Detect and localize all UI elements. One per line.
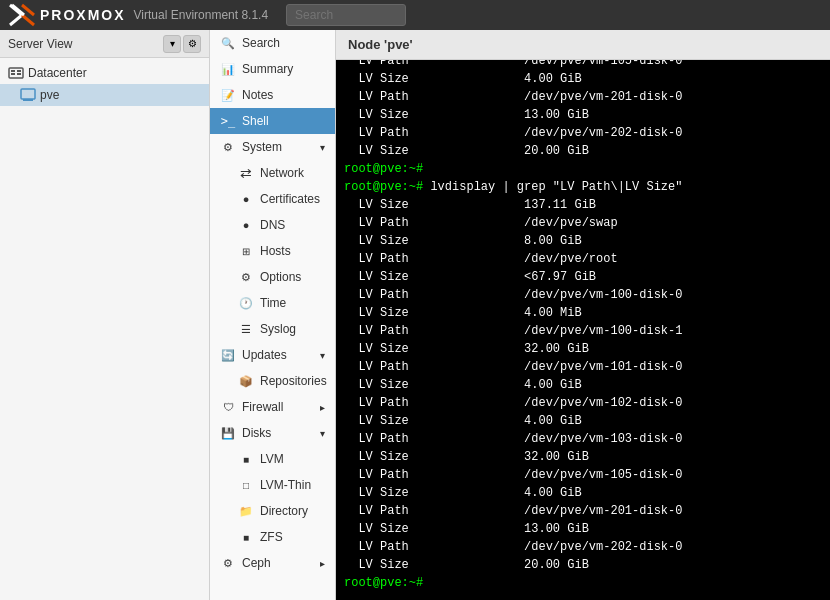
svg-rect-11 — [21, 89, 35, 99]
nav-directory-label: Directory — [260, 504, 308, 518]
nav-dns-label: DNS — [260, 218, 285, 232]
nav-updates-label: Updates — [242, 348, 287, 362]
nav-repositories[interactable]: 📦 Repositories — [230, 368, 335, 394]
certificates-icon: ● — [238, 191, 254, 207]
server-view-bar: Server View ▾ ⚙ — [0, 30, 209, 58]
content-area: Node 'pve' LV Path /dev/pve/vm-100-disk-… — [336, 30, 830, 600]
time-icon: 🕐 — [238, 295, 254, 311]
nav-certificates-label: Certificates — [260, 192, 320, 206]
summary-icon: 📊 — [220, 61, 236, 77]
topbar: PROXMOX Virtual Environment 8.1.4 — [0, 0, 830, 30]
nav-shell[interactable]: >_ Shell — [210, 108, 335, 134]
terminal[interactable]: LV Path /dev/pve/vm-100-disk-1 LV Size 3… — [336, 60, 830, 600]
nav-firewall-label: Firewall — [242, 400, 283, 414]
nav-system-label: System — [242, 140, 282, 154]
left-panel: Server View ▾ ⚙ Datacenter pve — [0, 30, 210, 600]
nav-dns[interactable]: ● DNS — [230, 212, 335, 238]
nav-directory[interactable]: 📁 Directory — [230, 498, 335, 524]
nav-ceph-section[interactable]: ⚙ Ceph ▸ — [210, 550, 335, 576]
directory-icon: 📁 — [238, 503, 254, 519]
nav-lvm-thin[interactable]: □ LVM-Thin — [230, 472, 335, 498]
nav-syslog-label: Syslog — [260, 322, 296, 336]
datacenter-icon — [8, 65, 24, 81]
disks-arrow-icon: ▾ — [320, 428, 325, 439]
nav-options-label: Options — [260, 270, 301, 284]
dns-icon: ● — [238, 217, 254, 233]
logo: PROXMOX — [8, 1, 126, 29]
nav-lvm-thin-label: LVM-Thin — [260, 478, 311, 492]
app-name: PROXMOX — [40, 7, 126, 23]
lvm-icon: ■ — [238, 451, 254, 467]
node-title: Node 'pve' — [348, 37, 413, 52]
ceph-arrow-icon: ▸ — [320, 558, 325, 569]
system-arrow-icon: ▾ — [320, 142, 325, 153]
topbar-search-input[interactable] — [286, 4, 406, 26]
nav-network-label: Network — [260, 166, 304, 180]
nav-summary[interactable]: 📊 Summary — [210, 56, 335, 82]
nav-hosts-label: Hosts — [260, 244, 291, 258]
nav-syslog[interactable]: ☰ Syslog — [230, 316, 335, 342]
disks-icon: 💾 — [220, 425, 236, 441]
nav-updates-sub: 📦 Repositories — [210, 368, 335, 394]
nav-certificates[interactable]: ● Certificates — [230, 186, 335, 212]
env-label: Virtual Environment 8.1.4 — [134, 8, 269, 22]
nav-hosts[interactable]: ⊞ Hosts — [230, 238, 335, 264]
main-area: Server View ▾ ⚙ Datacenter pve 🔍 Search — [0, 30, 830, 600]
firewall-icon: 🛡 — [220, 399, 236, 415]
nav-lvm-label: LVM — [260, 452, 284, 466]
nav-summary-label: Summary — [242, 62, 293, 76]
nav-search[interactable]: 🔍 Search — [210, 30, 335, 56]
nav-firewall-section[interactable]: 🛡 Firewall ▸ — [210, 394, 335, 420]
svg-rect-8 — [11, 73, 15, 75]
svg-rect-9 — [17, 70, 21, 72]
nav-repositories-label: Repositories — [260, 374, 327, 388]
nav-search-label: Search — [242, 36, 280, 50]
nav-system-sub: ⇄ Network ● Certificates ● DNS ⊞ Hosts ⚙… — [210, 160, 335, 342]
nav-ceph-label: Ceph — [242, 556, 271, 570]
svg-line-2 — [10, 15, 22, 25]
datacenter-label: Datacenter — [28, 66, 87, 80]
nav-time[interactable]: 🕐 Time — [230, 290, 335, 316]
nav-time-label: Time — [260, 296, 286, 310]
repositories-icon: 📦 — [238, 373, 254, 389]
svg-rect-7 — [11, 70, 15, 72]
content-header: Node 'pve' — [336, 30, 830, 60]
options-icon: ⚙ — [238, 269, 254, 285]
server-view-settings[interactable]: ⚙ — [183, 35, 201, 53]
pve-icon — [20, 87, 36, 103]
nav-network[interactable]: ⇄ Network — [230, 160, 335, 186]
tree-item-datacenter[interactable]: Datacenter — [0, 62, 209, 84]
nav-disks-sub: ■ LVM □ LVM-Thin 📁 Directory ■ ZFS — [210, 446, 335, 550]
nav-system-section[interactable]: ⚙ System ▾ — [210, 134, 335, 160]
pve-label: pve — [40, 88, 59, 102]
search-icon: 🔍 — [220, 35, 236, 51]
server-view-dropdown[interactable]: ▾ — [163, 35, 181, 53]
nav-lvm[interactable]: ■ LVM — [230, 446, 335, 472]
shell-icon: >_ — [220, 113, 236, 129]
firewall-arrow-icon: ▸ — [320, 402, 325, 413]
syslog-icon: ☰ — [238, 321, 254, 337]
nav-disks-section[interactable]: 💾 Disks ▾ — [210, 420, 335, 446]
server-view-label: Server View — [8, 37, 161, 51]
nav-disks-label: Disks — [242, 426, 271, 440]
system-icon: ⚙ — [220, 139, 236, 155]
nav-shell-label: Shell — [242, 114, 269, 128]
nav-zfs-label: ZFS — [260, 530, 283, 544]
nav-updates-section[interactable]: 🔄 Updates ▾ — [210, 342, 335, 368]
hosts-icon: ⊞ — [238, 243, 254, 259]
updates-arrow-icon: ▾ — [320, 350, 325, 361]
svg-rect-10 — [17, 73, 21, 75]
nav-notes-label: Notes — [242, 88, 273, 102]
notes-icon: 📝 — [220, 87, 236, 103]
tree-item-pve[interactable]: pve — [0, 84, 209, 106]
ceph-icon: ⚙ — [220, 555, 236, 571]
zfs-icon: ■ — [238, 529, 254, 545]
updates-icon: 🔄 — [220, 347, 236, 363]
nav-notes[interactable]: 📝 Notes — [210, 82, 335, 108]
nav-panel: 🔍 Search 📊 Summary 📝 Notes >_ Shell ⚙ Sy… — [210, 30, 336, 600]
svg-rect-12 — [23, 99, 33, 101]
svg-line-4 — [22, 15, 34, 25]
network-icon: ⇄ — [238, 165, 254, 181]
nav-zfs[interactable]: ■ ZFS — [230, 524, 335, 550]
nav-options[interactable]: ⚙ Options — [230, 264, 335, 290]
